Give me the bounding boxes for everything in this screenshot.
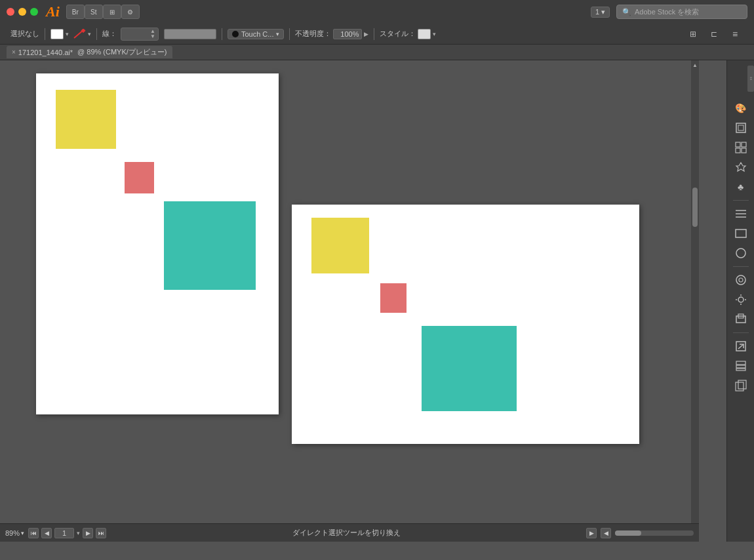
svg-rect-25 xyxy=(736,361,745,365)
traffic-lights xyxy=(7,8,38,16)
scroll-thumb[interactable] xyxy=(692,188,698,227)
page-selector[interactable]: 1 ▾ xyxy=(591,7,610,18)
zoom-value: 89% xyxy=(5,529,20,537)
panel-separator-3 xyxy=(733,332,749,333)
tab-bar: × 171201_1440.ai* @ 89% (CMYK/プレビュー) xyxy=(0,45,754,60)
touch-brush-selector[interactable]: Touch C... ▾ xyxy=(228,29,285,39)
menu-icon[interactable]: ≡ xyxy=(726,26,744,43)
vertical-scrollbar[interactable]: ▲ ▼ xyxy=(691,60,699,542)
brush-dot-icon xyxy=(232,31,239,37)
play-button[interactable]: ▶ xyxy=(83,528,93,538)
panel-separator-1 xyxy=(733,200,749,201)
page-navigation: ⏮ ◀ 1 ▾ ▶ ⏭ xyxy=(28,528,106,538)
horizontal-scrollbar[interactable] xyxy=(615,530,694,536)
sun-icon[interactable] xyxy=(732,291,749,308)
right-panel: ‹‹ 🎨 ♣ xyxy=(726,60,754,542)
selection-label: 選択なし xyxy=(10,29,39,39)
puppet-warp-icon[interactable] xyxy=(732,159,749,176)
zoom-control[interactable]: 89% ▾ xyxy=(5,529,24,537)
panel-separator-2 xyxy=(733,266,749,267)
tab-view-info: @ 89% (CMYK/プレビュー) xyxy=(77,47,167,57)
svg-point-15 xyxy=(739,278,743,282)
style-swatch[interactable] xyxy=(418,29,431,39)
stroke-label: 線： xyxy=(102,29,117,39)
minimize-button[interactable] xyxy=(18,8,26,16)
color-swatch-icon[interactable]: 🎨 xyxy=(732,100,749,117)
last-page-button[interactable]: ⏭ xyxy=(96,528,106,538)
opacity-value[interactable]: 100% xyxy=(333,29,362,39)
status-bar: 89% ▾ ⏮ ◀ 1 ▾ ▶ ⏭ ダイレクト選択ツールを切り換え ▶ ◀ xyxy=(0,523,699,542)
horizontal-scroll-thumb[interactable] xyxy=(615,530,641,536)
zoom-arrow[interactable]: ▾ xyxy=(21,530,24,536)
tab-filename: 171201_1440.ai* xyxy=(18,49,73,56)
fill-arrow[interactable]: ▾ xyxy=(66,31,69,37)
yellow-shape-artboard2[interactable] xyxy=(311,218,369,273)
first-page-button[interactable]: ⏮ xyxy=(28,528,39,538)
close-button[interactable] xyxy=(7,8,14,16)
artboard-2 xyxy=(292,205,639,444)
align-icon[interactable] xyxy=(732,205,749,222)
stroke-arrow[interactable]: ▾ xyxy=(88,31,91,37)
maximize-button[interactable] xyxy=(30,8,38,16)
svg-rect-29 xyxy=(738,380,746,389)
page-arrow[interactable]: ▾ xyxy=(77,530,80,536)
artboard-icon[interactable] xyxy=(732,119,749,136)
opacity-control: 不透明度： 100% ▶ xyxy=(295,29,368,39)
artboard-1 xyxy=(36,73,279,414)
opacity-arrow[interactable]: ▶ xyxy=(364,31,368,37)
toolbar-sep-5 xyxy=(374,28,374,40)
svg-line-24 xyxy=(738,344,744,349)
toolbar-sep-2 xyxy=(96,28,97,40)
toolbar-sep-3 xyxy=(222,28,222,40)
search-icon: 🔍 xyxy=(622,8,631,16)
stack-layers-icon[interactable] xyxy=(732,357,749,374)
teal-shape-artboard2[interactable] xyxy=(422,326,517,411)
title-bar: Ai Br St ⊞ ⚙ 1 ▾ 🔍 Adobe Stock を検索 選択なし … xyxy=(0,0,754,45)
rect-panel-icon[interactable] xyxy=(732,225,749,242)
touch-settings-button[interactable]: ⚙ xyxy=(121,5,140,19)
svg-rect-4 xyxy=(736,142,740,147)
pink-shape-artboard2[interactable] xyxy=(380,283,407,313)
svg-marker-8 xyxy=(736,163,745,171)
copy-artboard-icon[interactable] xyxy=(732,377,749,394)
canvas-area[interactable]: ▲ ▼ 89% ▾ ⏮ ◀ 1 ▾ ▶ ⏭ ダイレクト選択ツールを切り換え ▶ … xyxy=(0,60,726,542)
link-panel-icon[interactable] xyxy=(732,311,749,328)
stock-button[interactable]: St xyxy=(85,5,103,19)
stroke-icon-control[interactable]: ▾ xyxy=(73,29,91,39)
search-bar[interactable]: 🔍 Adobe Stock を検索 xyxy=(616,5,747,19)
teal-shape-artboard1[interactable] xyxy=(164,201,256,290)
current-page-input[interactable]: 1 xyxy=(54,528,74,538)
circle-panel-icon[interactable] xyxy=(732,245,749,262)
status-right-arrow[interactable]: ▶ xyxy=(586,528,597,538)
grid-view-icon[interactable]: ⊞ xyxy=(685,26,702,43)
toolbar-row2: 選択なし ▾ ▾ 線： ▲ ▼ Touch xyxy=(7,25,747,43)
svg-point-13 xyxy=(736,249,745,258)
svg-point-16 xyxy=(738,297,744,302)
svg-rect-3 xyxy=(738,125,744,130)
scroll-up-button[interactable]: ▲ xyxy=(691,60,699,70)
yellow-shape-artboard1[interactable] xyxy=(56,90,116,149)
style-arrow[interactable]: ▾ xyxy=(433,31,436,37)
prev-page-button[interactable]: ◀ xyxy=(41,528,52,538)
fill-swatch[interactable] xyxy=(50,29,64,39)
stroke-width-select[interactable]: ▲ ▼ xyxy=(121,28,159,41)
arrange-icon[interactable]: ⊏ xyxy=(705,26,723,43)
main-area: ▲ ▼ 89% ▾ ⏮ ◀ 1 ▾ ▶ ⏭ ダイレクト選択ツールを切り換え ▶ … xyxy=(0,60,754,542)
pink-shape-artboard1[interactable] xyxy=(125,162,154,193)
file-tab[interactable]: × 171201_1440.ai* @ 89% (CMYK/プレビュー) xyxy=(7,46,172,58)
svg-rect-21 xyxy=(736,316,745,323)
export-icon[interactable] xyxy=(732,338,749,355)
fill-control[interactable]: ▾ xyxy=(50,29,69,39)
status-hide-arrow[interactable]: ◀ xyxy=(601,528,611,538)
svg-rect-27 xyxy=(736,369,745,370)
layers-icon[interactable] xyxy=(732,271,749,289)
bridge-button[interactable]: Br xyxy=(66,5,85,19)
tab-close-icon[interactable]: × xyxy=(12,49,16,56)
grid-panel-icon[interactable] xyxy=(732,139,749,156)
svg-rect-2 xyxy=(736,123,745,132)
spade-icon[interactable]: ♣ xyxy=(732,178,749,195)
panel-collapse-button[interactable]: ‹‹ xyxy=(747,66,754,92)
stroke-pen-icon xyxy=(73,29,86,39)
toolbar-sep-4 xyxy=(289,28,290,40)
panel-grid-button[interactable]: ⊞ xyxy=(103,5,121,19)
